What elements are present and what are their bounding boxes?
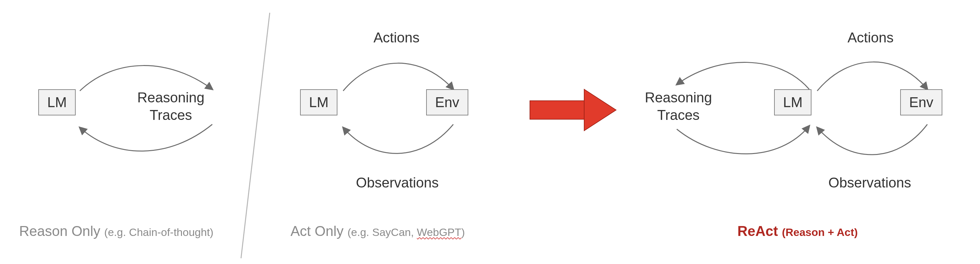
act-only-caption-sub-squiggle: WebGPT [417, 226, 461, 238]
transition-arrow-icon [530, 89, 616, 131]
act-only-env-label: Env [435, 94, 459, 110]
react-caption-main: ReAct [737, 223, 778, 239]
act-only-caption: Act Only (e.g. SayCan, WebGPT) [291, 223, 465, 239]
react-caption-sub: (Reason + Act) [782, 226, 858, 238]
act-only-lm-label: LM [309, 94, 328, 110]
act-only-caption-sub-suffix: ) [461, 226, 465, 238]
react-caption: ReAct (Reason + Act) [737, 223, 858, 239]
react-actions-label: Actions [848, 29, 894, 46]
react-observations-label: Observations [828, 174, 911, 191]
reason-only-caption-sub: (e.g. Chain-of-thought) [104, 226, 213, 238]
act-only-actions-label: Actions [374, 29, 420, 46]
act-only-env-box: Env [426, 89, 468, 115]
svg-line-0 [241, 13, 270, 258]
react-env-label: Env [909, 94, 933, 110]
svg-rect-1 [530, 101, 584, 119]
act-only-caption-sub-prefix: (e.g. SayCan, [348, 226, 417, 238]
react-lm-box: LM [774, 89, 811, 115]
reason-only-lm-label: LM [47, 94, 67, 110]
act-only-lm-box: LM [300, 89, 337, 115]
reason-only-caption-main: Reason Only [19, 223, 100, 239]
reason-only-caption: Reason Only (e.g. Chain-of-thought) [19, 223, 213, 239]
svg-marker-2 [584, 89, 616, 131]
react-traces-label: Reasoning Traces [645, 89, 712, 124]
reason-only-lm-box: LM [38, 89, 76, 115]
react-env-box: Env [900, 89, 942, 115]
react-lm-label: LM [783, 94, 802, 110]
reason-only-traces-label: Reasoning Traces [137, 89, 204, 124]
act-only-observations-label: Observations [356, 174, 439, 191]
act-only-caption-main: Act Only [291, 223, 344, 239]
